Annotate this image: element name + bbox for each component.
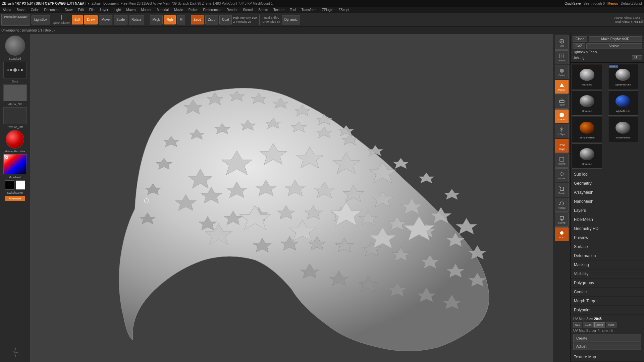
menu-zscript[interactable]: ZScript [337, 8, 351, 12]
menu-tool[interactable]: Tool [288, 8, 297, 12]
menu-layer[interactable]: Layer [99, 8, 110, 12]
deformation-item[interactable]: Deformation [571, 251, 644, 260]
menu-picker[interactable]: Picker [187, 8, 199, 12]
scale-icon-btn[interactable]: Scale [555, 183, 569, 197]
move-btn[interactable]: Move [99, 15, 112, 24]
unmand-brush-thumb[interactable]: Unmand [572, 90, 602, 116]
menu-macro[interactable]: Macro [125, 8, 137, 12]
visibility-item[interactable]: Visibility [571, 269, 644, 279]
script-btn[interactable]: DefaultZScript [621, 2, 642, 5]
edit-btn[interactable]: Edit [72, 15, 83, 24]
texture-preview[interactable] [3, 107, 27, 124]
menu-brush[interactable]: Brush [15, 8, 27, 12]
dots-preview[interactable] [3, 62, 27, 78]
uv-4096-btn[interactable]: 4096 [606, 322, 616, 327]
dynamic-btn[interactable]: Dynamic [282, 15, 300, 24]
zadd-btn[interactable]: Zadd [191, 15, 204, 24]
visible-btn[interactable]: Visible [586, 43, 642, 49]
simple-brush-thumb[interactable]: SimpleBrush [572, 117, 602, 142]
masking-item[interactable]: Masking [571, 260, 644, 269]
menu-marker[interactable]: Marker [140, 8, 153, 12]
uv-2048-btn[interactable]: 2048 [594, 322, 605, 327]
preview-item[interactable]: Preview [571, 233, 644, 242]
morph-target-item[interactable]: Morph Target [571, 297, 644, 306]
menu-zplugin[interactable]: ZPlugin [321, 8, 335, 12]
adjust-btn[interactable]: Adjust [573, 343, 641, 350]
scroll-btn[interactable]: Scroll [555, 50, 569, 64]
see-through[interactable]: See-through 0 [584, 2, 605, 5]
menu-file[interactable]: File [88, 8, 96, 12]
arraymesh-item[interactable]: ArrayMesh [571, 188, 644, 197]
menu-stroke[interactable]: Stroke [257, 8, 269, 12]
geometry-hd-item[interactable]: Geometry HD [571, 224, 644, 233]
alpha-preview[interactable] [3, 84, 27, 101]
color-btn[interactable]: Color [555, 65, 569, 79]
layers-item[interactable]: Layers [571, 206, 644, 215]
menu-texture[interactable]: Texture [272, 8, 286, 12]
surface-item[interactable]: Surface [571, 242, 644, 251]
rgb-intensity[interactable]: Rgb Intensity 100 [233, 16, 257, 19]
rgb-btn[interactable]: Rgb [164, 15, 175, 24]
mrgb-btn[interactable]: Mrgb [150, 15, 163, 24]
create-btn[interactable]: Create [573, 335, 641, 342]
geometry-item[interactable]: Geometry [571, 179, 644, 188]
fibermesh-item[interactable]: FiberMesh [571, 215, 644, 224]
persp-btn[interactable]: Persp [555, 80, 569, 94]
stamp-btn[interactable]: Stamp [555, 213, 569, 227]
menu-draw[interactable]: Draw [63, 8, 74, 12]
menu-color[interactable]: Color [30, 8, 40, 12]
nanomesh-item[interactable]: NanoMesh [571, 197, 644, 206]
clone-btn[interactable]: Clone [573, 36, 587, 42]
frame-btn[interactable]: Frame [555, 154, 569, 168]
eraser-brush-thumb[interactable]: EraserBrush [608, 117, 638, 142]
alpha-brush-thumb[interactable]: AlphaBrush [608, 90, 638, 116]
color-picker[interactable] [3, 154, 27, 174]
brush-preview[interactable] [5, 36, 25, 56]
coat-btn[interactable]: Coat [219, 15, 232, 24]
texture-map-item[interactable]: Texture Map [571, 353, 644, 362]
floor-btn[interactable]: Floor [555, 95, 569, 109]
menu-edit[interactable]: Edit [77, 8, 85, 12]
z-intensity[interactable]: Z Intensity 25 [233, 20, 257, 23]
menu-stencil[interactable]: Stencil [241, 8, 254, 12]
swatch-white[interactable] [16, 180, 25, 190]
color-sphere[interactable] [6, 130, 24, 148]
projection-master-btn[interactable]: Projection Master [1, 14, 30, 26]
unhang-input[interactable] [632, 55, 642, 60]
solo-btn[interactable]: Solo [555, 227, 569, 241]
uv-512-btn[interactable]: 512 [573, 322, 582, 327]
sym-btn[interactable]: L Sym [555, 124, 569, 138]
menu-alpha[interactable]: Alpha [1, 8, 13, 12]
draw-btn[interactable]: Draw [84, 15, 97, 24]
standard-brush-thumb[interactable]: Standard [572, 64, 602, 89]
move-icon-btn[interactable]: Move [555, 168, 569, 182]
zsub-btn[interactable]: Zsub [205, 15, 218, 24]
polypaint-item[interactable]: Polypaint [571, 306, 644, 315]
menu-light[interactable]: Light [112, 8, 122, 12]
focal-shift[interactable]: Focal Shift 0 [262, 16, 280, 19]
swatch-black[interactable] [5, 180, 14, 190]
contact-item[interactable]: Contact [571, 288, 644, 297]
scale-btn[interactable]: Scale [114, 15, 127, 24]
m-btn[interactable]: M [177, 15, 185, 24]
polygroups-item[interactable]: Polygroups [571, 279, 644, 288]
menus-btn[interactable]: Menus [607, 2, 618, 5]
local-btn[interactable]: Local [555, 109, 569, 123]
rotate-btn[interactable]: Rotate [129, 15, 144, 24]
menu-material[interactable]: Material [156, 8, 170, 12]
alternate-btn[interactable]: Alternate [5, 196, 25, 201]
quicksave-btn[interactable]: QuickSave [565, 2, 581, 5]
lightbox-btn[interactable]: LightBox [32, 15, 50, 24]
draw-size[interactable]: Draw Size 64 [262, 20, 280, 23]
canvas-area[interactable] [30, 34, 553, 362]
xyz-btn[interactable]: XYZ Oxyz [555, 139, 569, 153]
subtool-item[interactable]: SubTool [571, 170, 644, 179]
rotate-icon-btn[interactable]: Rotate [555, 198, 569, 212]
menu-movie[interactable]: Movie [173, 8, 184, 12]
sphere-brush-thumb[interactable]: SPix 3 SphereBrush [608, 64, 638, 89]
menu-preferences[interactable]: Preferences [202, 8, 223, 12]
menu-document[interactable]: Document [43, 8, 61, 12]
polymesh-btn[interactable]: Make PolyMesh3D [589, 36, 642, 42]
brit-btn[interactable]: Brit [555, 36, 569, 50]
uv-1024-btn[interactable]: 1024 [583, 322, 594, 327]
